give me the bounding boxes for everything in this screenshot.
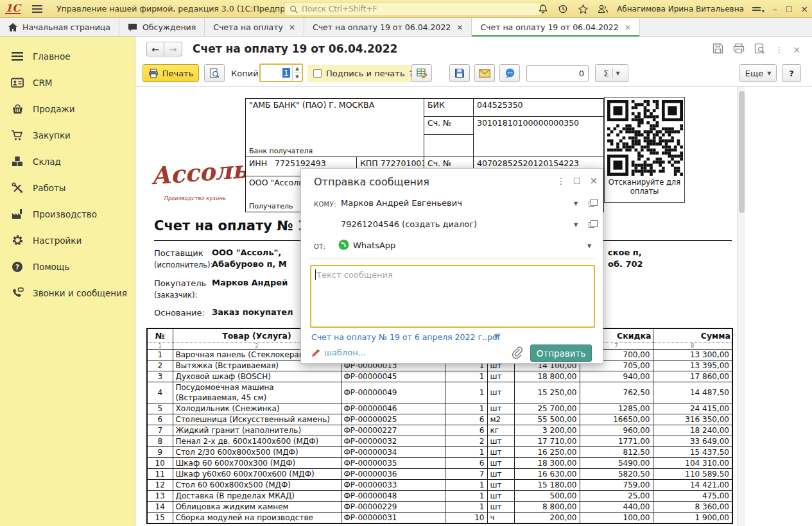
print-button[interactable]: Печать (143, 64, 199, 82)
counter-input[interactable]: 0 (526, 65, 589, 81)
qr-caption: Отсканируйте для (605, 178, 684, 187)
chevron-down-icon[interactable]: ▼ (574, 201, 578, 207)
invoice-item-cell: 7 (147, 425, 173, 436)
send-message-button[interactable] (499, 64, 520, 82)
invoice-item-cell: 2 (445, 436, 487, 447)
open-windows-tabbar: Начальная страница Обсуждения Счета на о… (0, 18, 812, 37)
nav-back-button[interactable]: ← (146, 42, 164, 56)
tab-close-icon[interactable]: ✕ (289, 23, 295, 32)
supplier-value-line1: ООО "Ассоль", (212, 248, 281, 257)
dialog-maximize-icon[interactable]: □ (573, 176, 580, 185)
document-scrollbar[interactable] (737, 87, 745, 526)
tab-close-icon[interactable]: ✕ (625, 23, 631, 32)
bik-value-cell: 044525350 (473, 98, 604, 117)
invoice-item-cell: 1 900,00 (653, 513, 732, 524)
invoice-item-cell: ФР-00000035 (341, 458, 445, 469)
empty-cell (424, 134, 474, 157)
message-text-input[interactable]: Текст сообщения (310, 265, 595, 328)
chevron-down-icon[interactable]: ▼ (587, 243, 591, 249)
main-menu-icon[interactable] (32, 3, 42, 15)
from-channel-field[interactable]: WhatsApp (353, 241, 395, 250)
stepper-up-icon[interactable]: ▲ (293, 65, 302, 73)
form-title: Счет на оплату 19 от 06.04.2022 (193, 42, 397, 55)
window-close-button[interactable]: × (800, 0, 808, 18)
sidebar-item-settings[interactable]: Настройки (0, 227, 135, 253)
invoice-item-cell: 14 (147, 502, 173, 513)
window-maximize-button[interactable]: □ (786, 0, 792, 18)
send-email-button[interactable] (474, 64, 495, 82)
global-search-input[interactable]: Поиск Ctrl+Shift+F (284, 2, 541, 16)
invoice-item-cell: шт (487, 502, 514, 513)
close-form-icon[interactable]: ✕ (793, 45, 800, 55)
invoice-item-cell: ФР-00000048 (341, 491, 445, 502)
sign-and-stamp-checkbox[interactable]: Подпись и печать ? (307, 65, 420, 82)
dialog-close-icon[interactable]: ✕ (590, 176, 598, 186)
edit-layout-button[interactable] (411, 64, 432, 82)
invoice-item-cell: 6 (445, 458, 487, 469)
sidebar-item-crm[interactable]: CRM (0, 69, 135, 96)
sigma-label: Σ (603, 69, 609, 78)
sum-button[interactable]: Σ ▼ (595, 64, 628, 82)
sidebar-item-help[interactable]: ? Помощь (0, 253, 135, 280)
invoice-item-row: 4Посудомоечная машина (Встраиваемая, 45 … (147, 382, 732, 403)
remove-attachment-icon[interactable]: ✕ (494, 332, 499, 341)
sidebar-item-calls-messages[interactable]: Звонки и сообщения (0, 280, 135, 306)
sidebar-item-warehouse[interactable]: Склад (0, 148, 135, 174)
tab-label: Обсуждения (143, 22, 196, 32)
stepper-down-icon[interactable]: ▼ (293, 73, 302, 81)
invoice-item-cell: шт (487, 458, 514, 469)
save-file-button[interactable] (449, 64, 470, 82)
window-minimize-button[interactable]: – (773, 0, 777, 18)
copies-stepper[interactable]: 1 ▲ ▼ (259, 64, 303, 82)
chevron-down-icon[interactable]: ▼ (574, 222, 578, 228)
invoice-item-cell: шт (487, 469, 514, 480)
notifications-bell-icon[interactable] (537, 3, 549, 15)
company-logo-tagline: Производство кухонь (164, 195, 226, 201)
scrollbar-thumb[interactable] (739, 91, 745, 213)
help-button[interactable]: ? (782, 64, 801, 82)
tab-invoices-list[interactable]: Счета на оплату ✕ (205, 18, 304, 37)
sidebar-item-production[interactable]: Производство (0, 201, 135, 227)
supplier-label: Поставщик (154, 248, 203, 258)
attachment-link[interactable]: Счет на оплату № 19 от 6 апреля 2022 г..… (311, 332, 500, 342)
print-document-icon[interactable] (733, 43, 745, 56)
invoice-item-cell: 15 437,50 (653, 447, 732, 458)
tab-home[interactable]: Начальная страница (0, 18, 119, 37)
template-link[interactable]: шаблон... (311, 348, 366, 357)
form-header: ← → Счет на оплату 19 от 06.04.2022 ⋮ ✕ (135, 37, 812, 61)
tab-close-icon[interactable]: ✕ (456, 23, 463, 32)
tab-invoice-previous[interactable]: Счет на оплату 19 от 06.04.2022 ✕ (304, 18, 472, 37)
history-icon[interactable] (557, 3, 569, 15)
tab-discussions[interactable]: Обсуждения (119, 18, 205, 37)
more-actions-icon[interactable]: ⋮ (775, 45, 783, 55)
open-in-new-icon[interactable] (589, 201, 594, 207)
invoice-item-cell: 11 (147, 469, 173, 480)
sidebar-item-purchases[interactable]: Закупки (0, 122, 135, 148)
sidebar-item-main[interactable]: Главное (0, 43, 135, 69)
open-in-new-icon[interactable] (589, 222, 594, 228)
sidebar-item-works[interactable]: Работы (0, 174, 135, 201)
sidebar-item-sales[interactable]: Продажи (0, 96, 135, 122)
invoice-item-cell: Пенал 2-х дв. 600х1400х600 (МДФ) (173, 436, 341, 447)
current-user-name[interactable]: Абнагимова Ирина Витальевна (617, 4, 744, 13)
to-recipient-field[interactable]: Марков Андрей Евгеньевич (341, 198, 462, 208)
service-menu-icon[interactable]: ▾ (752, 4, 764, 14)
preview-document-icon[interactable] (754, 43, 765, 56)
gear-icon (11, 234, 24, 247)
save-report-icon[interactable] (713, 43, 723, 56)
favorites-star-icon[interactable] (577, 3, 589, 15)
phone-field[interactable]: 79261204546 (создать диалог) (341, 219, 477, 229)
users-icon[interactable] (597, 3, 609, 15)
nav-forward-button[interactable]: → (164, 42, 182, 56)
invoice-item-cell: 16 250,00 (514, 447, 580, 458)
print-preview-button[interactable] (204, 64, 225, 82)
send-button[interactable]: Отправить (530, 344, 592, 362)
paperclip-icon[interactable] (511, 346, 523, 361)
tab-invoice-active[interactable]: Счет на оплату 19 от 06.04.2022 ✕ (472, 18, 639, 37)
sign-and-stamp-label: Подпись и печать (326, 69, 405, 78)
dialog-more-icon[interactable]: ⋮ (557, 176, 566, 186)
invoice-item-cell: 5820,50 (580, 469, 653, 480)
checkbox[interactable] (313, 69, 322, 78)
more-button[interactable]: Еще ▼ (739, 64, 777, 82)
invoice-item-row: 7Жидкий гранит (наполнитель)ФР-000002276… (147, 425, 732, 436)
